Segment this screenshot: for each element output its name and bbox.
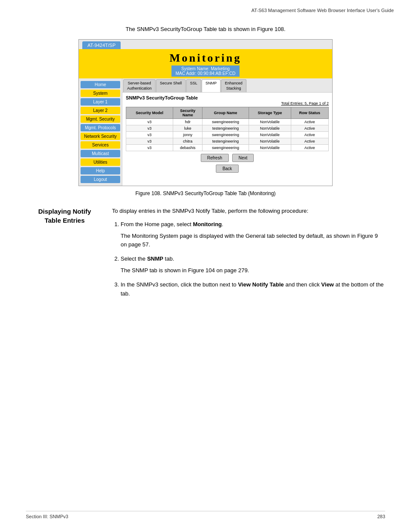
section-sidebar-label: Displaying NotifyTable Entries (26, 207, 103, 303)
next-button[interactable]: Next (232, 154, 254, 162)
table-cell: debashis (173, 145, 202, 151)
step-2-sub: The SNMP tab is shown in Figure 104 on p… (121, 266, 385, 275)
table-cell: testengineering (202, 138, 249, 145)
table-cell: Active (291, 119, 328, 125)
table-cell: NonVolatile (249, 119, 291, 125)
top-tabs: Server-basedAuthenticationSecure ShellSS… (122, 78, 332, 93)
monitoring-banner: Monitoring System Name: Marketing MAC Ad… (79, 49, 332, 78)
table-cell: Active (291, 132, 328, 138)
col-row-status: Row Status (291, 107, 328, 119)
content-area: HomeSystemLayer 1Layer 2Mgmt. SecurityMg… (79, 78, 332, 186)
sidebar-item-multicast[interactable]: Multicast (81, 150, 120, 157)
main-panel: Server-basedAuthenticationSecure ShellSS… (122, 78, 332, 186)
page-header: AT-S63 Management Software Web Browser I… (0, 0, 411, 17)
table-cell: testengineering (202, 125, 249, 132)
table-cell: swengineeering (202, 145, 249, 151)
sidebar: HomeSystemLayer 1Layer 2Mgmt. SecurityMg… (79, 78, 122, 186)
figure-caption: Figure 108. SNMPv3 SecurityToGroup Table… (26, 190, 385, 196)
section-content: To display entries in the SNMPv3 Notify … (112, 207, 385, 303)
table-cell: v3 (126, 119, 173, 125)
col-group-name: Group Name (202, 107, 249, 119)
tab-enhanced-stacking[interactable]: EnhancedStacking (221, 79, 246, 92)
back-row: Back (126, 165, 329, 175)
section-steps: From the Home page, select Monitoring. T… (121, 220, 385, 299)
sidebar-item-utilities[interactable]: Utilities (81, 159, 120, 166)
header-title: AT-S63 Management Software Web Browser I… (251, 8, 394, 13)
sidebar-item-services[interactable]: Services (81, 141, 120, 149)
step-3-bold1: View Notify Table (238, 281, 283, 288)
tab-server-based-authentication[interactable]: Server-basedAuthentication (123, 79, 156, 92)
tab-snmp[interactable]: SNMP (202, 79, 221, 92)
step-1-sub: The Monitoring System page is displayed … (121, 232, 385, 250)
section-intro: To display entries in the SNMPv3 Notify … (112, 207, 385, 216)
device-tab: AT-9424T/SP (82, 41, 121, 49)
sidebar-item-home[interactable]: Home (81, 81, 120, 88)
table-row: v3chitratestengineeringNonVolatileActive (126, 138, 329, 145)
step-1-text: From the Home page, select Monitoring. (121, 221, 223, 227)
section-title: Displaying NotifyTable Entries (26, 207, 103, 225)
table-cell: NonVolatile (249, 138, 291, 145)
step-2-bold: SNMP (147, 255, 163, 262)
table-header-row: Security Model SecurityName Group Name S… (126, 107, 329, 119)
monitoring-subtitle: System Name: Marketing MAC Addr: 00:90:8… (171, 65, 240, 77)
col-storage-type: Storage Type (249, 107, 291, 119)
table-row: v3hdrswengineeeringNonVolatileActive (126, 119, 329, 125)
step-1: From the Home page, select Monitoring. T… (121, 220, 385, 249)
table-info: Total Entries: 5, Page 1 of 2 (126, 101, 329, 106)
table-cell: NonVolatile (249, 125, 291, 132)
step-2: Select the SNMP tab. The SNMP tab is sho… (121, 255, 385, 275)
sidebar-item-network-security[interactable]: Network Security (81, 133, 120, 140)
page-body: The SNMPv3 SecurityToGroup Table tab is … (0, 17, 411, 333)
table-row: v3jonnyswengineeeringNonVolatileActive (126, 132, 329, 138)
refresh-button[interactable]: Refresh (201, 154, 229, 162)
monitoring-title: Monitoring (79, 52, 332, 65)
back-button[interactable]: Back (216, 165, 238, 173)
table-row: v3debashisswengineeeringNonVolatileActiv… (126, 145, 329, 151)
table-cell: Active (291, 145, 328, 151)
step-3-bold2: View (321, 281, 334, 288)
sidebar-item-system[interactable]: System (81, 90, 120, 97)
table-section: SNMPv3 SecurityToGroup Table Total Entri… (122, 93, 332, 178)
table-cell: v3 (126, 145, 173, 151)
step-3-text: In the SNMPv3 section, click the button … (121, 281, 384, 297)
table-cell: v3 (126, 132, 173, 138)
col-security-name: SecurityName (173, 107, 202, 119)
sidebar-item-layer-1[interactable]: Layer 1 (81, 98, 120, 106)
table-cell: hdr (173, 119, 202, 125)
refresh-next-row: Refresh Next (126, 151, 329, 165)
tab-ssl[interactable]: SSL (186, 79, 201, 92)
col-security-model: Security Model (126, 107, 173, 119)
device-header: AT-9424T/SP (79, 40, 332, 49)
table-cell: Active (291, 138, 328, 145)
table-cell: v3 (126, 125, 173, 132)
mac-addr: MAC Addr: 00:90:84:AB:EF:CD (176, 71, 236, 76)
step-2-text: Select the SNMP tab. (121, 255, 174, 262)
data-table: Security Model SecurityName Group Name S… (126, 107, 329, 151)
screenshot-box: AT-9424T/SP Monitoring System Name: Mark… (78, 39, 333, 186)
intro-text: The SNMPv3 SecurityToGroup Table tab is … (26, 26, 385, 32)
table-cell: swengineeering (202, 119, 249, 125)
page-footer: Section III: SNMPv3 283 (26, 511, 385, 519)
table-cell: swengineeering (202, 132, 249, 138)
footer-left: Section III: SNMPv3 (26, 514, 68, 519)
table-title: SNMPv3 SecurityToGroup Table (126, 95, 329, 100)
step-3: In the SNMPv3 section, click the button … (121, 280, 385, 299)
footer-right: 283 (377, 514, 385, 519)
sidebar-item-mgmt-protocols[interactable]: Mgmt. Protocols (81, 124, 120, 131)
tab-secure-shell[interactable]: Secure Shell (156, 79, 186, 92)
table-cell: NonVolatile (249, 132, 291, 138)
table-cell: luke (173, 125, 202, 132)
sidebar-item-logout[interactable]: Logout (81, 176, 120, 183)
sidebar-item-help[interactable]: Help (81, 167, 120, 174)
table-cell: v3 (126, 138, 173, 145)
table-cell: jonny (173, 132, 202, 138)
system-name: System Name: Marketing (181, 66, 230, 71)
sidebar-item-layer-2[interactable]: Layer 2 (81, 107, 120, 114)
step-1-bold: Monitoring (193, 221, 222, 227)
table-cell: NonVolatile (249, 145, 291, 151)
table-row: v3luketestengineeringNonVolatileActive (126, 125, 329, 132)
table-cell: chitra (173, 138, 202, 145)
section-layout: Displaying NotifyTable Entries To displa… (26, 207, 385, 303)
sidebar-item-mgmt-security[interactable]: Mgmt. Security (81, 115, 120, 123)
table-cell: Active (291, 125, 328, 132)
